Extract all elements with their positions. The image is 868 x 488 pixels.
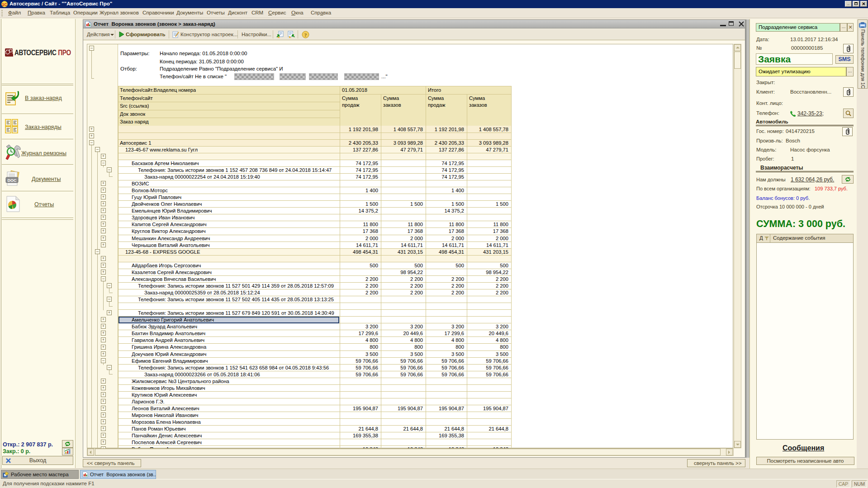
- svg-text:?: ?: [304, 32, 307, 38]
- svg-text:1C: 1C: [2, 2, 7, 7]
- svg-text:DOC: DOC: [8, 178, 17, 183]
